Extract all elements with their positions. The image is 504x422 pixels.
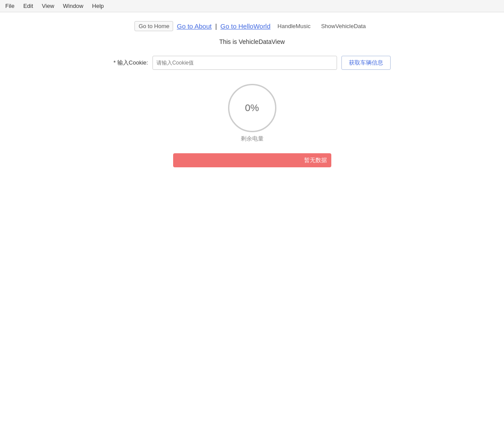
battery-percent: 0% [245,102,259,114]
menu-file[interactable]: File [4,2,16,10]
battery-circle: 0% [228,84,276,132]
goto-hello-link[interactable]: Go to HelloWorld [221,22,271,30]
menu-window[interactable]: Window [61,2,85,10]
cookie-label: * 输入Cookie: [113,59,148,67]
page-title: This is VehicleDataView [0,38,504,45]
menu-edit[interactable]: Edit [22,2,35,10]
battery-container: 0% 剩余电量 暂无数据 [0,84,504,167]
battery-label: 剩余电量 [241,135,264,143]
no-data-bar: 暂无数据 [173,153,331,167]
fetch-vehicle-button[interactable]: 获取车辆信息 [341,56,391,70]
goto-about-link[interactable]: Go to About [177,22,211,30]
handle-music-link[interactable]: HandleMusic [274,22,314,31]
nav-area: Go to Home Go to About | Go to HelloWorl… [0,21,504,31]
menu-bar: File Edit View Window Help [0,0,504,12]
cookie-area: * 输入Cookie: 获取车辆信息 [0,56,504,70]
menu-view[interactable]: View [40,2,56,10]
goto-home-link[interactable]: Go to Home [134,21,173,31]
show-vehicle-link[interactable]: ShowVehicleData [318,22,370,31]
menu-help[interactable]: Help [91,2,106,10]
cookie-input[interactable] [152,56,337,70]
nav-separator: | [215,22,217,30]
no-data-text: 暂无数据 [304,156,327,164]
